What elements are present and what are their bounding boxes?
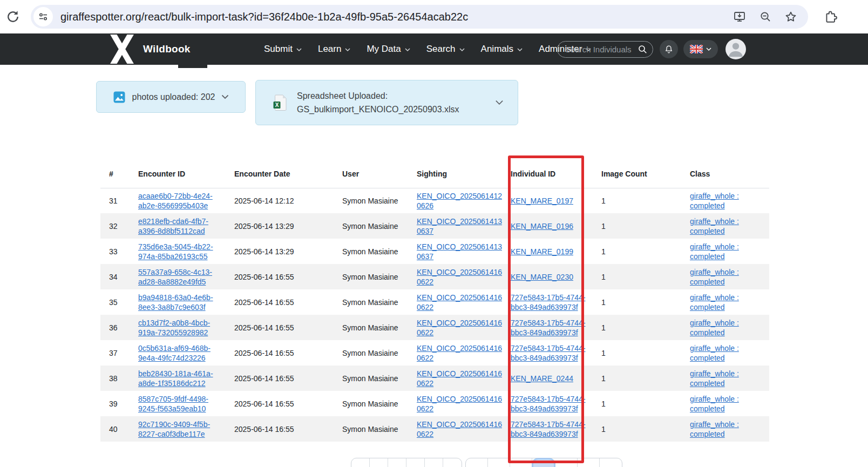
- spreadsheet-filename: GS_bulkimport_KENOICO_20250903.xlsx: [297, 103, 485, 116]
- extensions-icon[interactable]: [824, 10, 838, 24]
- chevron-down-icon: [459, 48, 465, 52]
- class-link[interactable]: giraffe_whole : completed: [690, 191, 765, 211]
- row-number: 35: [109, 298, 118, 307]
- user-name: Symon Masiaine: [342, 247, 398, 256]
- encounter-id-link[interactable]: 0c5b631a-af69-468b-9e4a-49fc74d23226: [138, 343, 226, 363]
- encounter-date: 2025-06-14 16:55: [234, 349, 294, 357]
- user-name: Symon Masiaine: [342, 273, 398, 281]
- pagination-page[interactable]: [488, 458, 510, 467]
- pagination-page[interactable]: [510, 458, 532, 467]
- nav-menu-label: Animals: [481, 44, 513, 55]
- user-avatar[interactable]: [725, 39, 746, 59]
- nav-menu-submit[interactable]: Submit: [264, 44, 302, 55]
- row-number: 37: [109, 349, 118, 357]
- encounter-id-link[interactable]: b9a94818-63a0-4e6b-8ee3-3a8b7c9e603f: [138, 293, 226, 312]
- language-selector[interactable]: [683, 40, 718, 58]
- pagination-page[interactable]: [578, 458, 600, 467]
- spreadsheet-uploaded-accordion[interactable]: X Spreadsheet Uploaded: GS_bulkimport_KE…: [255, 80, 518, 125]
- sighting-link[interactable]: KEN_OICO_20250614160622: [417, 394, 502, 414]
- image-count: 1: [601, 247, 606, 256]
- pagination-page-active[interactable]: [532, 458, 555, 467]
- tune-icon: [38, 11, 49, 22]
- pagination-page[interactable]: [555, 458, 578, 467]
- individual-id-link[interactable]: KEN_MARE_0244: [511, 374, 573, 383]
- individual-id-link[interactable]: KEN_MARE_0196: [511, 221, 573, 231]
- image-count: 1: [601, 349, 606, 357]
- pagination-page[interactable]: [425, 458, 443, 467]
- column-header-encounter-id: Encounter ID: [134, 160, 230, 188]
- pagination-page[interactable]: [466, 458, 488, 467]
- install-app-icon[interactable]: [733, 10, 746, 23]
- sighting-link[interactable]: KEN_OICO_20250614160622: [417, 293, 502, 312]
- person-icon: [725, 39, 746, 59]
- sighting-link[interactable]: KEN_OICO_20250614160622: [417, 369, 502, 388]
- address-bar[interactable]: giraffespotter.org/react/bulk-import-tas…: [31, 5, 808, 29]
- site-settings-button[interactable]: [33, 7, 53, 26]
- search-input[interactable]: [565, 45, 638, 54]
- individual-id-link[interactable]: 727e5843-17b5-4744-bbc3-849ad639973f: [511, 343, 593, 363]
- nav-menu-learn[interactable]: Learn: [318, 44, 350, 55]
- pagination-page[interactable]: [406, 458, 425, 467]
- class-link[interactable]: giraffe_whole : completed: [690, 318, 765, 337]
- row-number: 39: [109, 400, 118, 408]
- sighting-link[interactable]: KEN_OICO_20250614120626: [417, 191, 502, 211]
- table-row: 32e8218efb-cda6-4fb7-a396-8d8bf5112cad20…: [100, 213, 769, 239]
- nav-underline-notch: [178, 64, 207, 68]
- search-icon[interactable]: [638, 45, 647, 54]
- class-link[interactable]: giraffe_whole : completed: [690, 293, 765, 312]
- individual-id-link[interactable]: 727e5843-17b5-4744-bbc3-849ad639973f: [511, 293, 593, 312]
- class-link[interactable]: giraffe_whole : completed: [690, 216, 765, 236]
- individual-id-link[interactable]: KEN_MARE_0197: [511, 196, 573, 206]
- pagination-page[interactable]: [388, 458, 406, 467]
- encounter-id-link[interactable]: acaae6b0-72bb-4e24-ab2e-8566995b403e: [138, 191, 226, 211]
- class-link[interactable]: giraffe_whole : completed: [690, 343, 765, 363]
- nav-menu-animals[interactable]: Animals: [481, 44, 523, 55]
- class-link[interactable]: giraffe_whole : completed: [690, 369, 765, 388]
- class-link[interactable]: giraffe_whole : completed: [690, 394, 765, 414]
- encounter-date: 2025-06-14 16:55: [234, 298, 294, 307]
- encounter-id-link[interactable]: e8218efb-cda6-4fb7-a396-8d8bf5112cad: [138, 216, 226, 236]
- spreadsheet-label: Spreadsheet Uploaded:: [297, 89, 485, 103]
- nav-menu-label: Search: [426, 44, 456, 55]
- class-link[interactable]: giraffe_whole : completed: [690, 267, 765, 287]
- bookmark-star-icon[interactable]: [784, 10, 797, 23]
- image-count: 1: [601, 197, 606, 205]
- class-link[interactable]: giraffe_whole : completed: [690, 419, 765, 439]
- chevron-down-icon: [221, 94, 229, 99]
- individual-id-link[interactable]: 727e5843-17b5-4744-bbc3-849ad639973f: [511, 318, 593, 337]
- pagination-page[interactable]: [370, 458, 388, 467]
- photos-uploaded-accordion[interactable]: photos uploaded: 202: [96, 81, 246, 113]
- reload-icon[interactable]: [5, 9, 21, 24]
- pagination-page[interactable]: [351, 458, 370, 467]
- pagination-page[interactable]: [443, 458, 462, 467]
- encounter-id-link[interactable]: 557a37a9-658c-4c13-ad28-8a8882e49fd5: [138, 267, 226, 287]
- table-row: 38beb28430-181a-461a-a8de-1f35186dc21220…: [100, 366, 769, 391]
- wildbook-home-link[interactable]: Wildbook: [110, 33, 191, 65]
- sighting-link[interactable]: KEN_OICO_20250614130637: [417, 242, 502, 261]
- zoom-out-icon[interactable]: [759, 10, 772, 23]
- nav-menu-search[interactable]: Search: [426, 44, 465, 55]
- encounter-id-link[interactable]: cb13d7f2-a0b8-4bcb-919a-732055928982: [138, 318, 226, 337]
- nav-menu-label: My Data: [367, 44, 401, 55]
- individual-id-link[interactable]: 727e5843-17b5-4744-bbc3-849ad639973f: [511, 419, 593, 439]
- individual-id-link[interactable]: KEN_MARE_0199: [511, 247, 573, 256]
- user-name: Symon Masiaine: [342, 374, 398, 383]
- notifications-button[interactable]: [660, 40, 678, 58]
- individual-id-link[interactable]: 727e5843-17b5-4744-bbc3-849ad639973f: [511, 394, 593, 414]
- encounter-id-link[interactable]: 735d6e3a-5045-4b22-974a-85ba26193c55: [138, 242, 226, 261]
- sighting-link[interactable]: KEN_OICO_20250614160622: [417, 318, 502, 337]
- encounter-id-link[interactable]: 92c7190c-9409-4f5b-8227-ca0f3dbe117e: [138, 419, 226, 439]
- individual-id-link[interactable]: KEN_MARE_0230: [511, 272, 573, 282]
- row-number: 31: [109, 197, 118, 205]
- sighting-link[interactable]: KEN_OICO_20250614160622: [417, 343, 502, 363]
- class-link[interactable]: giraffe_whole : completed: [690, 242, 765, 261]
- sighting-link[interactable]: KEN_OICO_20250614160622: [417, 419, 502, 439]
- sighting-link[interactable]: KEN_OICO_20250614160622: [417, 267, 502, 287]
- url-text[interactable]: giraffespotter.org/react/bulk-import-tas…: [60, 5, 468, 29]
- encounter-id-link[interactable]: 8587c705-9fdf-4498-9245-f563a59eab10: [138, 394, 226, 414]
- row-number: 36: [109, 323, 118, 332]
- pagination-page[interactable]: [600, 458, 622, 467]
- encounter-id-link[interactable]: beb28430-181a-461a-a8de-1f35186dc212: [138, 369, 226, 388]
- sighting-link[interactable]: KEN_OICO_20250614130637: [417, 216, 502, 236]
- nav-menu-my-data[interactable]: My Data: [367, 44, 410, 55]
